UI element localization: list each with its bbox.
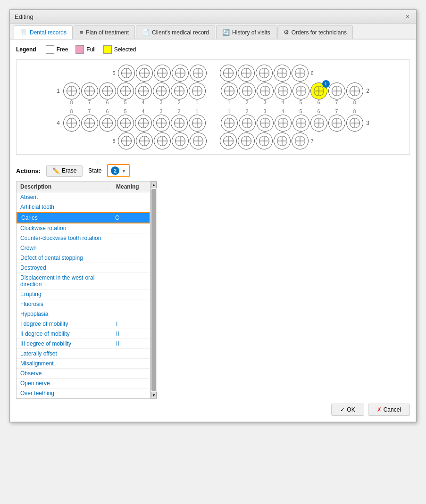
- table-row-0[interactable]: Absent: [17, 192, 150, 202]
- actions-bar: Actions: ✏️ Erase State 2 ▼: [16, 160, 410, 181]
- tooth-34[interactable]: [275, 115, 292, 132]
- tooth-37[interactable]: [328, 115, 345, 132]
- table-row-17[interactable]: Observe: [17, 369, 150, 379]
- tooth-55[interactable]: [118, 65, 135, 82]
- tooth-35[interactable]: [292, 115, 309, 132]
- legend-free: Free: [46, 45, 68, 54]
- table-row-16[interactable]: Misalignment: [17, 359, 150, 369]
- tooth-24[interactable]: [275, 83, 292, 99]
- tooth-74[interactable]: [274, 132, 291, 149]
- tooth-25[interactable]: [292, 83, 309, 99]
- tab-history-of-visits[interactable]: 🔄 History of visits: [216, 25, 276, 39]
- table-row-10[interactable]: Fluorosis: [17, 299, 150, 309]
- tooth-75[interactable]: [292, 132, 309, 149]
- legend-selected: Selected: [103, 45, 136, 54]
- tooth-27[interactable]: [328, 83, 345, 99]
- table-row-19[interactable]: Over teething: [17, 388, 150, 398]
- scroll-down-button[interactable]: ▼: [151, 392, 157, 398]
- table-row-5[interactable]: Crown: [17, 243, 150, 253]
- tab-orders-technicians[interactable]: ⚙ Orders for technicians: [277, 25, 353, 39]
- close-button[interactable]: ×: [404, 13, 411, 20]
- table-row-2[interactable]: CariesC: [17, 212, 150, 223]
- tooth-82[interactable]: [172, 132, 189, 149]
- state-badge: 2: [111, 166, 119, 175]
- tab-plan-of-treatment[interactable]: ≡ Plan of treatment: [74, 25, 135, 39]
- tooth-71[interactable]: [220, 132, 237, 149]
- tooth-11[interactable]: [189, 83, 206, 99]
- tooth-17[interactable]: [81, 83, 98, 99]
- table-row-14[interactable]: III degree of mobilityIII: [17, 339, 150, 349]
- scroll-thumb[interactable]: [151, 189, 156, 391]
- tooth-28[interactable]: [346, 83, 363, 99]
- tooth-81[interactable]: [190, 132, 207, 149]
- tooth-15[interactable]: [117, 83, 134, 99]
- table-row-15[interactable]: Laterally offset: [17, 349, 150, 359]
- tooth-46[interactable]: [99, 115, 116, 132]
- tooth-22[interactable]: [239, 83, 256, 99]
- bottom-buttons: ✓ OK ✗ Cancel: [16, 399, 410, 416]
- cancel-button[interactable]: ✗ Cancel: [368, 404, 410, 416]
- tooth-38[interactable]: [346, 115, 363, 132]
- tooth-44[interactable]: [135, 115, 152, 132]
- table-row-9[interactable]: Erupting: [17, 289, 150, 299]
- tooth-64[interactable]: [274, 65, 291, 82]
- tooth-18[interactable]: [63, 83, 80, 99]
- tooth-36[interactable]: [310, 115, 327, 132]
- tab-bar: 🦷 Dental records ≡ Plan of treatment 📄 C…: [10, 24, 416, 39]
- main-window: Editing × 🦷 Dental records ≡ Plan of tre…: [9, 9, 417, 422]
- table-row-13[interactable]: II degree of mobilityII: [17, 329, 150, 339]
- tooth-63[interactable]: [256, 65, 273, 82]
- state-dropdown[interactable]: 2 ▼: [107, 164, 130, 177]
- tooth-14[interactable]: [135, 83, 152, 99]
- tooth-73[interactable]: [256, 132, 273, 149]
- table-row-7[interactable]: Destroyed: [17, 263, 150, 273]
- list-icon: ≡: [80, 29, 84, 36]
- tooth-45[interactable]: [117, 115, 134, 132]
- tooth-62[interactable]: [238, 65, 255, 82]
- scroll-up-button[interactable]: ▲: [151, 182, 157, 188]
- checkmark-icon: ✓: [340, 406, 345, 413]
- tooth-53[interactable]: [154, 65, 171, 82]
- tooth-48[interactable]: [63, 115, 80, 132]
- quadrant-label-7: 7: [309, 132, 316, 149]
- tooth-54[interactable]: [136, 65, 153, 82]
- table-row-1[interactable]: Artificial tooth: [17, 202, 150, 212]
- state-label: State: [88, 167, 101, 174]
- dropdown-arrow-icon: ▼: [121, 168, 126, 174]
- table-row-8[interactable]: Displacement in the west-oral direction: [17, 273, 150, 289]
- tooth-31[interactable]: [221, 115, 238, 132]
- tooth-47[interactable]: [81, 115, 98, 132]
- tooth-51[interactable]: [190, 65, 207, 82]
- tooth-21[interactable]: [221, 83, 238, 99]
- tooth-52[interactable]: [172, 65, 189, 82]
- table-row-4[interactable]: Counter-clockwise tooth rotation: [17, 233, 150, 243]
- tab-dental-records[interactable]: 🦷 Dental records: [14, 25, 73, 39]
- tooth-85[interactable]: [118, 132, 135, 149]
- eraser-icon: ✏️: [52, 167, 60, 174]
- table-row-18[interactable]: Open nerve: [17, 379, 150, 388]
- tooth-13[interactable]: [153, 83, 170, 99]
- tooth-32[interactable]: [239, 115, 256, 132]
- quadrant-2-label: 2: [364, 88, 372, 94]
- table-scrollbar[interactable]: ▲ ▼: [150, 181, 157, 399]
- tooth-33[interactable]: [257, 115, 274, 132]
- ok-button[interactable]: ✓ OK: [331, 404, 364, 416]
- tooth-42[interactable]: [171, 115, 188, 132]
- tooth-43[interactable]: [153, 115, 170, 132]
- tooth-83[interactable]: [154, 132, 171, 149]
- tooth-41[interactable]: [189, 115, 206, 132]
- tooth-61[interactable]: [220, 65, 237, 82]
- table-row-12[interactable]: I degree of mobilityI: [17, 319, 150, 329]
- tooth-84[interactable]: [136, 132, 153, 149]
- tooth-12[interactable]: [171, 83, 188, 99]
- tooth-72[interactable]: [238, 132, 255, 149]
- table-row-11[interactable]: Hypoplasia: [17, 309, 150, 319]
- tooth-23[interactable]: [257, 83, 274, 99]
- tooth-16[interactable]: [99, 83, 116, 99]
- tooth-26[interactable]: 1: [310, 83, 327, 99]
- table-row-3[interactable]: Clockwise rotation: [17, 223, 150, 233]
- table-row-6[interactable]: Defect of dental stopping: [17, 253, 150, 263]
- erase-button[interactable]: ✏️ Erase: [46, 165, 83, 177]
- tab-clients-medical-record[interactable]: 📄 Client's medical record: [136, 25, 215, 39]
- tooth-65[interactable]: [292, 65, 309, 82]
